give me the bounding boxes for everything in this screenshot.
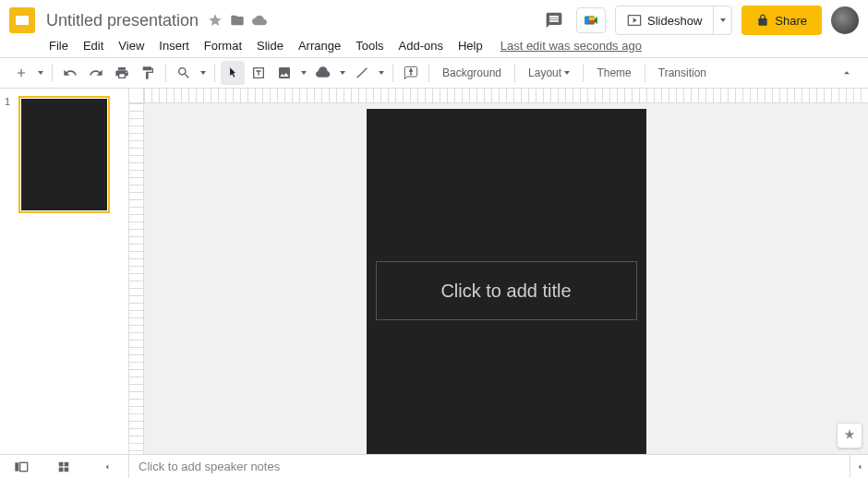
menu-help[interactable]: Help [452,37,489,54]
filmstrip-view-button[interactable] [10,458,32,476]
svg-rect-4 [59,467,64,472]
footer: Click to add speaker notes [0,454,868,478]
comment-history-button[interactable] [541,7,567,33]
collapse-filmstrip-button[interactable] [96,458,118,476]
comment-tool[interactable] [399,61,423,85]
menu-view[interactable]: View [112,37,151,54]
undo-button[interactable] [58,61,82,85]
menu-insert[interactable]: Insert [152,37,196,54]
menu-format[interactable]: Format [198,37,248,54]
slideshow-label: Slideshow [647,14,702,28]
shape-tool[interactable] [311,61,335,85]
docs-header: Untitled presentation Slideshow Share [0,0,868,37]
toolbar: Background Layout Theme Transition [0,57,868,89]
share-label: Share [775,14,807,28]
menu-tools[interactable]: Tools [349,37,390,54]
menu-arrange[interactable]: Arrange [292,37,347,54]
title-placeholder-text: Click to add title [440,281,571,302]
slides-logo[interactable] [9,7,35,33]
star-icon[interactable] [208,13,223,28]
document-title[interactable]: Untitled presentation [46,11,199,30]
collapse-toolbar-button[interactable] [835,61,859,85]
menu-addons[interactable]: Add-ons [392,37,450,54]
slideshow-button[interactable]: Slideshow [616,6,713,34]
speaker-notes-input[interactable]: Click to add speaker notes [129,455,850,478]
textbox-tool[interactable] [247,61,271,85]
print-button[interactable] [110,61,134,85]
svg-rect-0 [15,462,18,471]
svg-rect-3 [65,461,69,466]
image-tool[interactable] [272,61,296,85]
svg-rect-1 [20,462,28,471]
share-button[interactable]: Share [741,6,822,35]
slideshow-dropdown[interactable] [713,6,731,34]
shape-dropdown[interactable] [337,71,348,75]
image-dropdown[interactable] [298,71,309,75]
paint-format-button[interactable] [136,61,160,85]
new-slide-dropdown[interactable] [35,71,46,75]
menu-slide[interactable]: Slide [250,37,290,54]
account-avatar[interactable] [831,6,859,34]
theme-button[interactable]: Theme [589,61,638,85]
slide-thumbnail-1[interactable] [18,96,110,213]
line-dropdown[interactable] [376,71,387,75]
menu-edit[interactable]: Edit [77,37,110,54]
vertical-ruler[interactable] [129,103,144,454]
svg-rect-2 [59,461,64,466]
explore-button[interactable] [837,423,862,448]
redo-button[interactable] [84,61,108,85]
background-button[interactable]: Background [435,61,509,85]
title-placeholder-box[interactable]: Click to add title [376,261,637,320]
svg-rect-5 [65,467,69,472]
menubar: File Edit View Insert Format Slide Arran… [0,37,868,57]
new-slide-button[interactable] [9,61,33,85]
last-edit-link[interactable]: Last edit was seconds ago [500,39,642,53]
canvas-area: Click to add title [129,89,868,454]
zoom-button[interactable] [172,61,196,85]
transition-button[interactable]: Transition [651,61,714,85]
horizontal-ruler[interactable] [144,89,868,103]
meet-button[interactable] [576,7,606,33]
layout-button[interactable]: Layout [521,61,577,85]
slide-thumbnail-panel: 1 [0,89,129,454]
grid-view-button[interactable] [53,458,75,476]
menu-file[interactable]: File [42,37,75,54]
cloud-status-icon[interactable] [252,13,267,28]
line-tool[interactable] [350,61,374,85]
slide-canvas[interactable]: Click to add title [367,109,646,454]
zoom-dropdown[interactable] [198,71,209,75]
move-folder-icon[interactable] [230,13,245,28]
select-tool[interactable] [221,61,245,85]
slide-number: 1 [5,96,16,447]
ruler-corner [129,89,144,103]
side-panel-toggle[interactable] [850,455,868,478]
